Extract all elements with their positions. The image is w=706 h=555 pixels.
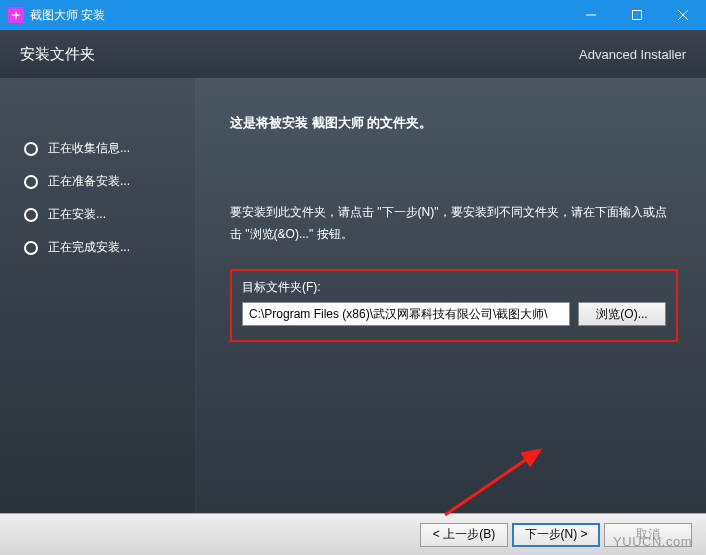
header: 安装文件夹 Advanced Installer — [0, 30, 706, 78]
target-row: 浏览(O)... — [242, 302, 666, 326]
path-input[interactable] — [242, 302, 570, 326]
main-heading: 这是将被安装 截图大师 的文件夹。 — [230, 114, 678, 132]
titlebar: 截图大师 安装 — [0, 0, 706, 30]
brand-label: Advanced Installer — [579, 47, 686, 62]
next-button[interactable]: 下一步(N) > — [512, 523, 600, 547]
radio-icon — [24, 241, 38, 255]
window-controls — [568, 0, 706, 30]
minimize-button[interactable] — [568, 0, 614, 30]
step-label: 正在收集信息... — [48, 140, 130, 157]
radio-icon — [24, 175, 38, 189]
installer-window: 截图大师 安装 安装文件夹 Advanced Installer 正在收集信息.… — [0, 0, 706, 555]
window-title: 截图大师 安装 — [30, 7, 568, 24]
cancel-button: 取消 — [604, 523, 692, 547]
main-instruction: 要安装到此文件夹，请点击 "下一步(N)"，要安装到不同文件夹，请在下面输入或点… — [230, 202, 678, 245]
target-folder-label: 目标文件夹(F): — [242, 279, 666, 296]
svg-rect-1 — [633, 11, 642, 20]
back-button[interactable]: < 上一步(B) — [420, 523, 508, 547]
step-collecting: 正在收集信息... — [24, 140, 195, 157]
minimize-icon — [586, 10, 596, 20]
app-icon — [8, 7, 24, 23]
radio-icon — [24, 142, 38, 156]
step-label: 正在安装... — [48, 206, 106, 223]
step-label: 正在准备安装... — [48, 173, 130, 190]
page-title: 安装文件夹 — [20, 45, 95, 64]
maximize-icon — [632, 10, 642, 20]
close-icon — [678, 10, 688, 20]
step-installing: 正在安装... — [24, 206, 195, 223]
browse-button[interactable]: 浏览(O)... — [578, 302, 666, 326]
content-area: 正在收集信息... 正在准备安装... 正在安装... 正在完成安装... 这是… — [0, 78, 706, 513]
step-preparing: 正在准备安装... — [24, 173, 195, 190]
main-panel: 这是将被安装 截图大师 的文件夹。 要安装到此文件夹，请点击 "下一步(N)"，… — [196, 78, 706, 513]
sidebar: 正在收集信息... 正在准备安装... 正在安装... 正在完成安装... — [0, 78, 196, 513]
step-label: 正在完成安装... — [48, 239, 130, 256]
footer: < 上一步(B) 下一步(N) > 取消 — [0, 513, 706, 555]
step-finishing: 正在完成安装... — [24, 239, 195, 256]
maximize-button[interactable] — [614, 0, 660, 30]
radio-icon — [24, 208, 38, 222]
target-folder-box: 目标文件夹(F): 浏览(O)... — [230, 269, 678, 342]
close-button[interactable] — [660, 0, 706, 30]
